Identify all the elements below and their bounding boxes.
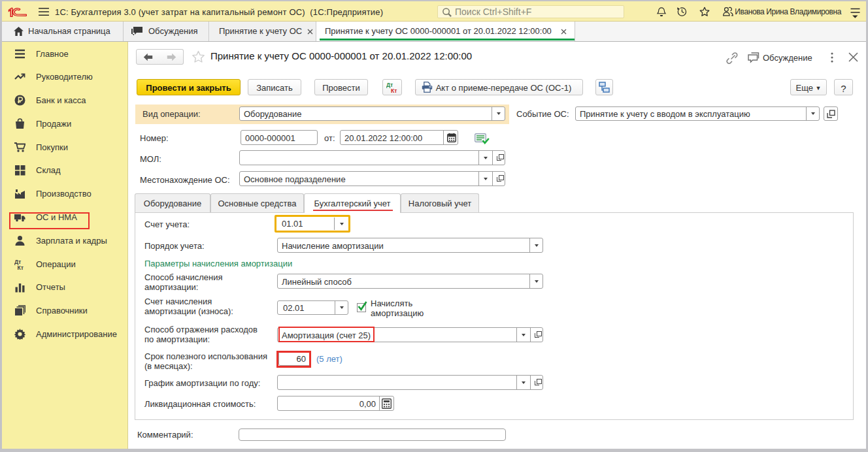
svg-text:Кт: Кт: [391, 88, 397, 94]
svg-text:Кт: Кт: [18, 265, 24, 270]
